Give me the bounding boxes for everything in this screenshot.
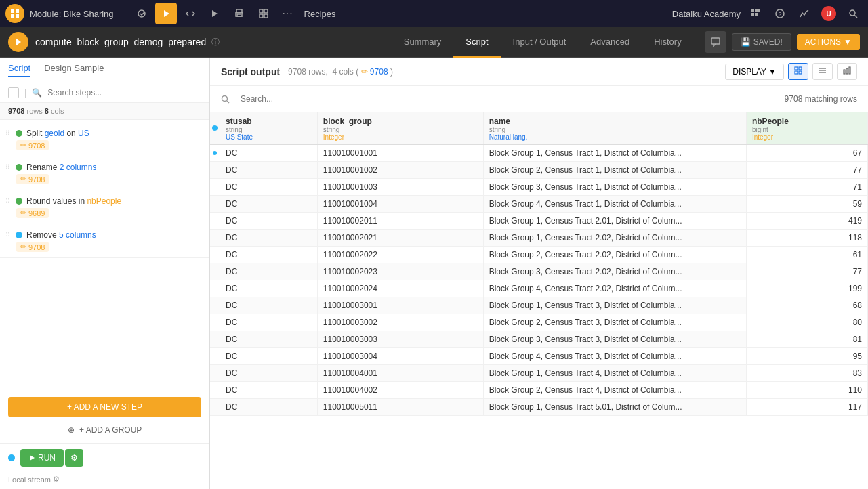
step-eye-icon[interactable]: 👁	[164, 162, 175, 172]
add-step-button[interactable]: + ADD A NEW STEP	[8, 397, 201, 417]
pencil-icon: ✏	[20, 209, 26, 217]
cell-nbpeople: 110	[746, 382, 867, 399]
recipe-info-icon[interactable]: ⓘ	[211, 37, 220, 48]
nav-icon-code[interactable]	[180, 3, 201, 24]
add-group-button[interactable]: ⊕ + ADD A GROUP	[8, 423, 201, 438]
actions-button[interactable]: ACTIONS ▼	[797, 34, 860, 50]
step-delete-icon[interactable]: ✕	[191, 162, 201, 172]
recipes-label[interactable]: Recipes	[304, 9, 336, 19]
cell-stusab: DC	[220, 399, 318, 416]
cell-block_group: 110010002022	[317, 247, 483, 263]
nav-icon-dashboard[interactable]	[253, 3, 274, 24]
step-delete-icon[interactable]: ✕	[191, 196, 201, 206]
table-search-icon	[221, 95, 230, 104]
cell-stusab: DC	[220, 314, 318, 331]
col-header-name[interactable]: name string Natural lang.	[483, 112, 746, 144]
output-title: Script output	[221, 66, 280, 77]
table-body: DC110010001001Block Group 1, Census Trac…	[210, 144, 868, 416]
comment-icon[interactable]	[705, 31, 726, 53]
tab-input-output[interactable]: Input / Output	[501, 27, 579, 58]
list-view-button[interactable]	[812, 63, 833, 80]
divider	[125, 7, 125, 20]
cell-name: Block Group 2, Census Tract 3, District …	[483, 314, 746, 331]
cell-block_group: 110010001003	[317, 179, 483, 196]
cell-nbpeople: 80	[746, 314, 867, 331]
local-stream-settings-icon[interactable]: ⚙	[53, 475, 60, 484]
chart-view-button[interactable]	[837, 63, 857, 80]
cell-name: Block Group 4, Census Tract 3, District …	[483, 348, 746, 365]
tab-script[interactable]: Script	[453, 27, 500, 58]
cell-name: Block Group 4, Census Tract 1, District …	[483, 196, 746, 213]
module-label: Module: Bike Sharing	[30, 9, 114, 19]
cell-name: Block Group 2, Census Tract 2.02, Distri…	[483, 247, 746, 263]
step-copy-icon[interactable]: ⊕	[178, 230, 188, 240]
topbar-right: Dataiku Academy ? U	[672, 4, 863, 23]
col-header-nbpeople[interactable]: nbPeople bigint Integer	[746, 112, 867, 144]
step-badge: ✏ 9708	[16, 174, 49, 184]
display-button[interactable]: DISPLAY ▼	[725, 64, 784, 80]
nav-icon-play[interactable]	[204, 3, 226, 24]
grid-view-button[interactable]	[788, 63, 808, 80]
select-all-checkbox[interactable]	[8, 87, 19, 98]
user-avatar[interactable]: U	[819, 4, 838, 23]
run-button-group: RUN ⚙	[20, 449, 83, 467]
left-tab-script[interactable]: Script	[8, 63, 30, 77]
step-eye-icon[interactable]: 👁	[164, 128, 175, 138]
data-table-wrapper[interactable]: stusab string US State block_group strin…	[210, 112, 868, 489]
tab-history[interactable]: History	[642, 27, 693, 58]
step-eye-icon[interactable]: 👁	[164, 230, 175, 240]
pencil-icon: ✏	[20, 141, 26, 150]
svg-marker-21	[30, 455, 35, 461]
app-logo[interactable]	[5, 4, 24, 23]
tab-advanced[interactable]: Advanced	[578, 27, 642, 58]
step-copy-icon[interactable]: ⊕	[178, 162, 188, 172]
search-icon[interactable]	[844, 4, 863, 23]
step-item[interactable]: ⠿ Round values in nbPeople 👁 ⊕ ✕ ✏ 9689	[0, 190, 209, 224]
nav-icon-run[interactable]	[155, 3, 177, 24]
step-delete-icon[interactable]: ✕	[191, 230, 201, 240]
svg-rect-5	[237, 14, 241, 16]
run-settings-button[interactable]: ⚙	[65, 449, 83, 467]
table-row: DC110010001001Block Group 1, Census Trac…	[210, 144, 868, 162]
run-button[interactable]: RUN	[20, 449, 64, 467]
edit-rows-link[interactable]: 9708	[370, 67, 388, 77]
cell-block_group: 110010001004	[317, 196, 483, 213]
cell-block_group: 110010002021	[317, 230, 483, 247]
step-copy-icon[interactable]: ⊕	[178, 196, 188, 206]
cell-stusab: DC	[220, 280, 318, 297]
dataiku-academy-label[interactable]: Dataiku Academy	[672, 9, 741, 19]
step-item[interactable]: ⠿ Remove 5 columns 👁 ⊕ ✕ ✏ 9708	[0, 224, 209, 258]
analytics-icon[interactable]	[795, 4, 814, 23]
cell-stusab: DC	[220, 247, 318, 263]
display-chevron-icon: ▼	[768, 67, 777, 77]
pencil-icon: ✏	[20, 242, 26, 251]
cell-block_group: 110010003003	[317, 331, 483, 348]
search-steps-input[interactable]	[47, 88, 201, 98]
row-indicator-header	[210, 112, 220, 144]
step-eye-icon[interactable]: 👁	[164, 196, 175, 206]
cell-stusab: DC	[220, 230, 318, 247]
nav-icon-more[interactable]: ···	[277, 3, 299, 24]
table-row: DC110010002011Block Group 1, Census Trac…	[210, 213, 868, 230]
cell-stusab: DC	[220, 348, 318, 365]
table-search-input[interactable]	[235, 91, 779, 106]
cell-stusab: DC	[220, 365, 318, 382]
saved-button[interactable]: 💾 SAVED!	[732, 33, 791, 51]
recipe-logo	[8, 32, 28, 52]
col-header-stusab[interactable]: stusab string US State	[220, 112, 318, 144]
nav-icon-home[interactable]	[131, 3, 152, 24]
grid-icon[interactable]	[746, 4, 765, 23]
col-header-block-group[interactable]: block_group string Integer	[317, 112, 483, 144]
step-item[interactable]: ⠿ Split geoid on US 👁 ⊕ ✕ ✏ 9708	[0, 123, 209, 156]
step-copy-icon[interactable]: ⊕	[178, 128, 188, 138]
step-delete-icon[interactable]: ✕	[191, 128, 201, 138]
help-icon[interactable]: ?	[770, 4, 789, 23]
table-row: DC110010002022Block Group 2, Census Trac…	[210, 247, 868, 263]
cell-block_group: 110010005011	[317, 399, 483, 416]
nav-icon-print[interactable]	[228, 3, 250, 24]
step-item[interactable]: ⠿ Rename 2 columns 👁 ⊕ ✕ ✏ 9708	[0, 156, 209, 190]
table-header-row: stusab string US State block_group strin…	[210, 112, 868, 144]
tab-summary[interactable]: Summary	[392, 27, 454, 58]
step-status-dot	[16, 164, 22, 171]
step-badge: ✏ 9708	[16, 242, 49, 252]
